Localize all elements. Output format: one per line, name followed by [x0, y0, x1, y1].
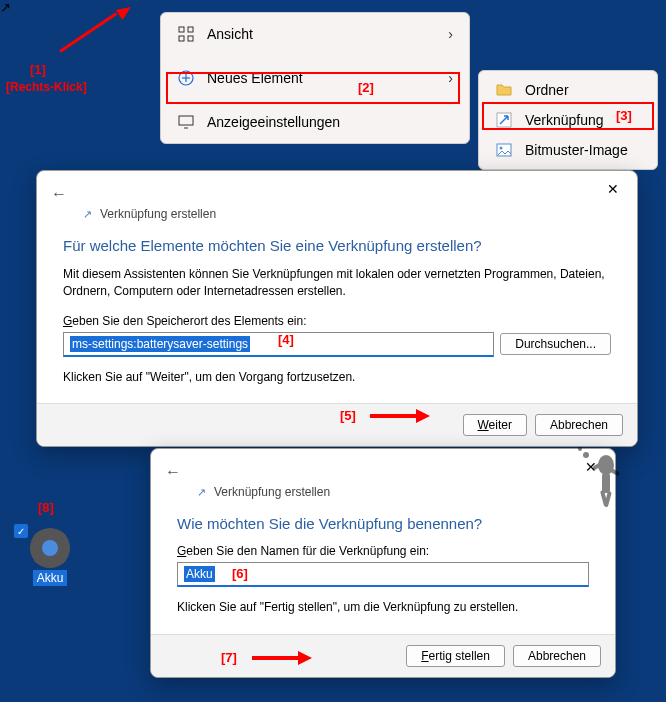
svg-rect-18: [59, 532, 66, 539]
browse-button[interactable]: Durchsuchen...: [500, 333, 611, 355]
dialog-field-label: Geben Sie den Namen für die Verknüpfung …: [177, 544, 589, 558]
diver-silhouette-icon: [576, 445, 636, 515]
plus-circle-icon: [177, 69, 195, 87]
svg-point-11: [500, 147, 503, 150]
annotation-4: [4]: [278, 332, 294, 347]
svg-rect-19: [34, 557, 41, 564]
annotation-5: [5]: [340, 408, 356, 423]
gear-icon: [30, 528, 70, 568]
view-icon: [177, 25, 195, 43]
menu-item-label: Ansicht: [207, 26, 253, 42]
submenu-item-ordner[interactable]: Ordner: [483, 75, 653, 105]
svg-rect-16: [63, 546, 69, 550]
image-icon: [495, 141, 513, 159]
menu-item-neues-element[interactable]: Neues Element ›: [165, 61, 465, 95]
chevron-right-icon: ›: [448, 26, 453, 42]
back-icon[interactable]: ←: [51, 185, 67, 203]
submenu-item-bitmuster[interactable]: Bitmuster-Image: [483, 135, 653, 165]
dialog-hint: Klicken Sie auf "Fertig stellen", um die…: [177, 599, 589, 616]
dialog-create-shortcut-2: ✕ ← ↗ Verknüpfung erstellen Wie möchten …: [150, 448, 616, 678]
svg-rect-0: [179, 27, 184, 32]
svg-rect-20: [59, 557, 66, 564]
dialog-body-text: Mit diesem Assistenten können Sie Verknü…: [63, 266, 611, 300]
svg-rect-13: [48, 529, 52, 535]
submenu-item-label: Ordner: [525, 82, 569, 98]
cancel-button[interactable]: Abbrechen: [535, 414, 623, 436]
desktop-shortcut-label: Akku: [33, 570, 68, 586]
menu-item-label: Neues Element: [207, 70, 303, 86]
dialog-title-line: ↗ Verknüpfung erstellen: [151, 481, 615, 507]
menu-item-label: Anzeigeeinstellungen: [207, 114, 340, 130]
dialog-footer: Weiter Abbrechen: [37, 403, 637, 446]
submenu-item-label: Verknüpfung: [525, 112, 604, 128]
check-icon: ✓: [14, 524, 28, 538]
dialog-field-label: Geben Sie den Speicherort des Elements e…: [63, 314, 611, 328]
cancel-button[interactable]: Abbrechen: [513, 645, 601, 667]
svg-rect-15: [31, 546, 37, 550]
shortcut-small-icon: ↗: [197, 486, 206, 499]
dialog-heading: Wie möchten Sie die Verknüpfung benennen…: [177, 515, 589, 532]
dialog-hint: Klicken Sie auf "Weiter", um den Vorgang…: [63, 369, 611, 386]
svg-rect-14: [48, 561, 52, 567]
svg-rect-3: [188, 36, 193, 41]
annotation-1-text: [Rechts-Klick]: [6, 80, 87, 94]
dialog-heading: Für welche Elemente möchten Sie eine Ver…: [63, 237, 611, 254]
submenu-item-label: Bitmuster-Image: [525, 142, 628, 158]
chevron-right-icon: ›: [448, 70, 453, 86]
close-icon[interactable]: ✕: [601, 179, 625, 199]
annotation-7: [7]: [221, 650, 237, 665]
dialog-create-shortcut-1: ✕ ← ↗ Verknüpfung erstellen Für welche E…: [36, 170, 638, 447]
annotation-3: [3]: [616, 108, 632, 123]
context-menu: Ansicht › Neues Element › Anzeigeeinstel…: [160, 12, 470, 144]
svg-rect-7: [179, 116, 193, 125]
dialog-header: ✕: [151, 449, 615, 481]
shortcut-icon: [495, 111, 513, 129]
menu-item-anzeige[interactable]: Anzeigeeinstellungen: [165, 105, 465, 139]
svg-point-28: [583, 452, 589, 458]
menu-item-ansicht[interactable]: Ansicht ›: [165, 17, 465, 51]
svg-rect-17: [34, 532, 41, 539]
svg-point-21: [42, 540, 58, 556]
svg-point-29: [578, 447, 582, 451]
back-icon[interactable]: ←: [165, 463, 181, 481]
annotation-6: [6]: [232, 566, 248, 581]
display-icon: [177, 113, 195, 131]
dialog-header: ✕: [37, 171, 637, 203]
annotation-2: [2]: [358, 80, 374, 95]
svg-rect-2: [179, 36, 184, 41]
dialog-window-title: Verknüpfung erstellen: [214, 485, 330, 499]
next-button[interactable]: Weiter: [463, 414, 527, 436]
arrow-1-shaft: [59, 12, 117, 53]
annotation-1-label: [1]: [30, 62, 46, 77]
finish-button[interactable]: Fertig stellen: [406, 645, 505, 667]
dialog-title-line: ↗ Verknüpfung erstellen: [37, 203, 637, 229]
svg-rect-23: [602, 473, 610, 493]
shortcut-small-icon: ↗: [83, 208, 92, 221]
svg-rect-1: [188, 27, 193, 32]
annotation-8: [8]: [38, 500, 54, 515]
dialog-window-title: Verknüpfung erstellen: [100, 207, 216, 221]
folder-icon: [495, 81, 513, 99]
